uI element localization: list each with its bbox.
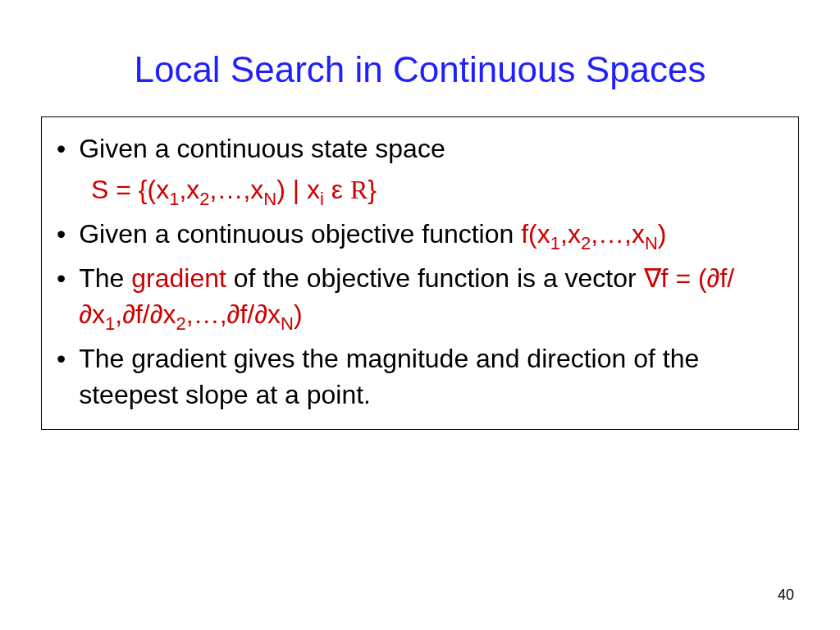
formula-text: ) <box>294 299 303 329</box>
bullet-text-1: Given a continuous state space <box>79 130 445 167</box>
formula-text: S = {(x <box>91 175 169 204</box>
bullet-marker: • <box>57 340 66 377</box>
emphasis-gradient: gradient <box>131 263 226 293</box>
formula-text: ) | x <box>276 175 320 204</box>
formula-text: ε <box>324 175 350 204</box>
bullet-plain-text: The <box>79 263 131 293</box>
bullet-marker: • <box>57 130 66 167</box>
bullet-plain-text: of the objective function is a vector <box>226 263 644 293</box>
formula-sub: 2 <box>176 313 186 334</box>
formula-real-R: R <box>350 175 368 204</box>
formula-text: ,…,x <box>210 175 264 204</box>
page-number: 40 <box>778 587 794 604</box>
bullet-text-3: The gradient of the objective function i… <box>79 260 783 336</box>
formula-text: ,…,x <box>591 219 645 249</box>
formula-sub: 1 <box>550 233 560 253</box>
bullet-item-2: • Given a continuous objective function … <box>57 216 783 255</box>
formula-text: ) <box>658 219 667 249</box>
formula-text: ,x <box>179 175 199 204</box>
formula-sub: 1 <box>105 313 115 334</box>
formula-sub: N <box>281 313 294 334</box>
slide-title: Local Search in Continuous Spaces <box>41 49 799 90</box>
formula-sub: N <box>645 233 658 253</box>
bullet-formula-1: S = {(x1,x2,…,xN) | xi ε R} <box>57 171 783 211</box>
bullet-item-4: • The gradient gives the magnitude and d… <box>57 340 783 413</box>
formula-text: ,…,∂f/∂x <box>186 299 281 329</box>
content-box: • Given a continuous state space S = {(x… <box>41 116 799 430</box>
bullet-text-4: The gradient gives the magnitude and dir… <box>79 340 783 413</box>
formula-text: f(x <box>521 219 550 249</box>
formula-sub: 2 <box>581 233 591 253</box>
bullet-plain-text: Given a continuous objective function <box>79 219 521 249</box>
formula-text: ,∂f/∂x <box>115 299 176 329</box>
formula-text: } <box>368 175 377 204</box>
slide: Local Search in Continuous Spaces • Give… <box>0 0 840 630</box>
formula-text: ,x <box>560 219 581 249</box>
formula-sub: 2 <box>199 189 209 209</box>
bullet-marker: • <box>57 216 66 252</box>
bullet-item-1: • Given a continuous state space <box>57 130 783 167</box>
formula-sub: 1 <box>169 189 179 209</box>
bullet-item-3: • The gradient of the objective function… <box>57 260 783 336</box>
formula-sub: N <box>263 189 276 209</box>
bullet-text-2: Given a continuous objective function f(… <box>79 216 666 255</box>
bullet-marker: • <box>57 260 66 296</box>
formula-sub: i <box>320 189 324 209</box>
